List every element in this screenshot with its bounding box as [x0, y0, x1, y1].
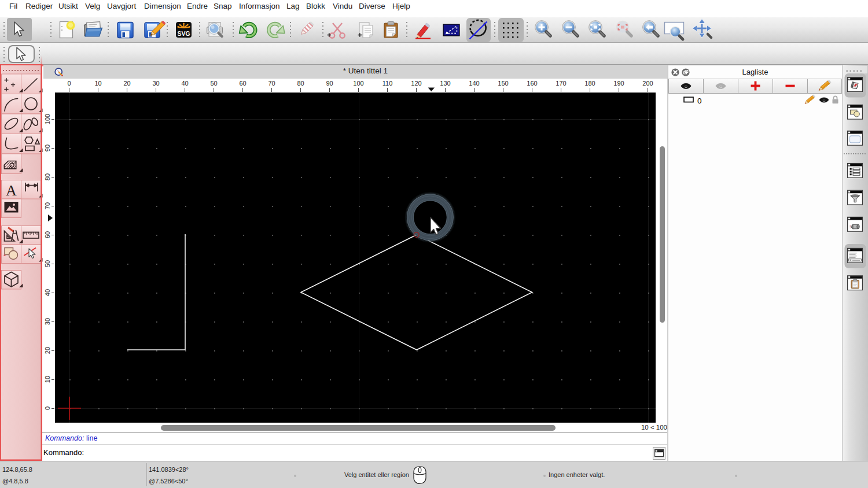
svg-text:110: 110 — [382, 80, 393, 87]
svg-text:70: 70 — [268, 80, 275, 87]
svg-text:30: 30 — [44, 318, 51, 325]
svg-text:0: 0 — [67, 80, 71, 87]
svg-text:0: 0 — [44, 406, 51, 410]
svg-text:30: 30 — [152, 80, 159, 87]
svg-text:120: 120 — [411, 80, 421, 87]
svg-text:20: 20 — [123, 80, 130, 87]
svg-text:150: 150 — [498, 80, 508, 87]
svg-text:140: 140 — [469, 80, 479, 87]
svg-text:180: 180 — [584, 80, 595, 87]
svg-text:90: 90 — [326, 80, 333, 87]
svg-text:100: 100 — [44, 114, 51, 124]
svg-text:50: 50 — [210, 80, 217, 87]
svg-text:200: 200 — [642, 80, 653, 87]
svg-text:10: 10 — [94, 80, 101, 87]
svg-text:10: 10 — [44, 376, 51, 383]
svg-text:190: 190 — [613, 80, 624, 87]
svg-text:80: 80 — [297, 80, 304, 87]
svg-text:40: 40 — [181, 80, 188, 87]
svg-text:40: 40 — [44, 289, 51, 296]
svg-text:90: 90 — [44, 145, 51, 151]
svg-text:160: 160 — [527, 80, 537, 87]
svg-text:50: 50 — [44, 260, 51, 267]
svg-text:130: 130 — [440, 80, 450, 87]
svg-text:170: 170 — [556, 80, 566, 87]
svg-text:60: 60 — [44, 231, 51, 238]
svg-text:70: 70 — [44, 202, 51, 209]
svg-text:60: 60 — [239, 80, 246, 87]
svg-text:SVG: SVG — [177, 30, 190, 37]
svg-text:80: 80 — [44, 173, 51, 180]
svg-text:A: A — [6, 182, 17, 199]
svg-text:100: 100 — [353, 80, 363, 87]
svg-text:20: 20 — [44, 347, 51, 354]
